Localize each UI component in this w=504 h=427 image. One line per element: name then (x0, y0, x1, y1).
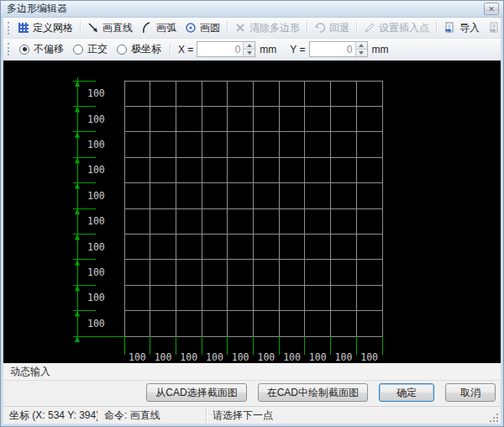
insert-point-icon (364, 22, 375, 34)
grid-dimension-label: 100 (129, 351, 146, 363)
grid-dimension-label: 100 (87, 113, 105, 125)
toolbar-button-label: 画圆 (200, 21, 220, 35)
toolbar-button-diagonal-line[interactable]: 画直线 (83, 19, 137, 37)
window-title: 多边形编辑器 (7, 2, 484, 16)
grid-dimension-label: 100 (87, 318, 105, 329)
titlebar: 多边形编辑器 ✕ (1, 1, 503, 18)
x-spin-down-icon[interactable] (244, 49, 255, 56)
toolbar-button-label: 清除多边形 (249, 21, 300, 35)
toolbar-separator (436, 21, 437, 34)
grid-dimension-label: 100 (87, 241, 105, 253)
toolbar-items: 定义网格画直线画弧画圆清除多边形回退设置插入点导入导出查询多边形库 (13, 19, 501, 37)
radio-circle-icon (19, 45, 29, 55)
toolbar-button-grid[interactable]: 定义网格 (13, 19, 77, 37)
select-from-cad-button[interactable]: 从CAD选择截面图 (146, 383, 246, 402)
grid-dimension-label: 100 (87, 87, 105, 99)
radio-label: 正交 (87, 42, 108, 56)
toolbar-button-import[interactable]: 导入 (439, 19, 484, 37)
toolbar-separator (307, 21, 307, 34)
toolbar-button-insert-point: 设置插入点 (360, 19, 433, 37)
x-coordinate-label: X = (178, 44, 193, 55)
dynamic-input-label[interactable]: 动态输入 (10, 365, 50, 379)
y-spinner (355, 42, 367, 56)
grid-dimension-label: 100 (87, 292, 105, 303)
dynamic-input-bar: 动态输入 (3, 363, 501, 381)
grid-dimension-label: 100 (87, 139, 105, 150)
ok-button[interactable]: 确定 (379, 383, 434, 402)
x-spin-up-icon[interactable] (244, 42, 255, 49)
toolbar-grip-icon (8, 22, 9, 34)
radio-label: 极坐标 (131, 42, 161, 56)
grid-icon (18, 22, 29, 34)
y-spin-up-icon[interactable] (356, 42, 367, 49)
arc-icon (141, 22, 153, 34)
status-coordinates: 坐标 (X: 534 Y: 394) (3, 407, 97, 424)
diagonal-line-icon (87, 22, 99, 34)
toolbar-button-circle[interactable]: 画圆 (181, 19, 224, 37)
options-separator (170, 43, 171, 56)
radio-selected-option[interactable]: 不偏移 (16, 42, 70, 56)
status-bar: 坐标 (X: 534 Y: 394) 命令: 画直线 请选择下一点 (3, 406, 501, 424)
radio-option[interactable]: 极坐标 (113, 42, 167, 56)
x-spinner (243, 42, 255, 56)
toolbar-button-label: 画弧 (156, 21, 176, 35)
toolbar-button-undo: 回退 (310, 19, 354, 37)
toolbar-separator (356, 21, 357, 34)
toolbar-separator (227, 21, 228, 34)
offset-mode-radios: 不偏移正交极坐标 (16, 42, 167, 56)
draw-in-cad-button[interactable]: 在CAD中绘制截面图 (258, 383, 368, 402)
close-icon[interactable]: ✕ (484, 3, 499, 15)
grid-dimension-label: 100 (257, 351, 275, 363)
clear-x-icon (234, 22, 246, 34)
status-prompt: 请选择下一点 (207, 407, 501, 424)
grid-dimension-label: 100 (335, 351, 353, 363)
dialog-body: 定义网格画直线画弧画圆清除多边形回退设置插入点导入导出查询多边形库 不偏移正交极… (3, 18, 501, 424)
x-coordinate-input[interactable]: 0 (197, 41, 255, 57)
radio-label: 不偏移 (34, 42, 64, 56)
grid-dimension-label: 100 (87, 266, 105, 278)
grid-dimension-label: 100 (206, 351, 223, 363)
grid-dimension-label: 100 (155, 351, 172, 363)
y-coordinate-input[interactable]: 0 (309, 41, 368, 57)
toolbar-button-label: 画直线 (102, 21, 133, 35)
status-command: 命令: 画直线 (98, 407, 206, 424)
x-unit-label: mm (260, 44, 276, 55)
toolbar-button-arc[interactable]: 画弧 (137, 19, 181, 37)
y-coordinate-value: 0 (310, 42, 355, 56)
grid-dimension-label: 100 (87, 215, 105, 227)
radio-circle-icon (117, 45, 127, 55)
y-coordinate-label: Y = (290, 44, 305, 55)
options-toolbar: 不偏移正交极坐标 X = 0 mm Y = 0 mm (3, 39, 501, 61)
grid-dimension-label: 100 (283, 351, 301, 363)
y-unit-label: mm (372, 44, 389, 55)
footer-button-row: 从CAD选择截面图在CAD中绘制截面图确定取消 (3, 381, 501, 406)
toolbar-button-clear-x: 清除多边形 (230, 19, 304, 37)
import-icon (444, 22, 456, 34)
toolbar-button-label: 导入 (459, 21, 480, 35)
toolbar-button-label: 定义网格 (33, 21, 73, 35)
radio-circle-icon (73, 45, 83, 55)
grid-dimension-label: 100 (87, 164, 105, 176)
options-grip-icon (8, 43, 12, 55)
grid-dimension-label: 100 (232, 351, 249, 363)
toolbar-button-label: 回退 (329, 21, 349, 35)
circle-icon (185, 22, 197, 34)
undo-icon (314, 22, 326, 34)
grid-dimension-label: 100 (309, 351, 327, 363)
main-toolbar: 定义网格画直线画弧画圆清除多边形回退设置插入点导入导出查询多边形库 (3, 18, 501, 39)
toolbar-button-export: 导出 (484, 19, 501, 37)
toolbar-button-label: 设置插入点 (379, 21, 429, 35)
x-coordinate-value: 0 (197, 42, 243, 56)
polygon-editor-dialog: 多边形编辑器 ✕ 定义网格画直线画弧画圆清除多边形回退设置插入点导入导出查询多边… (0, 0, 504, 427)
resize-grip-icon[interactable] (490, 414, 499, 423)
grid-canvas-svg: 1001001001001001001001001001001001001001… (3, 61, 501, 363)
toolbar-separator (80, 21, 81, 34)
export-icon (488, 22, 501, 34)
y-spin-down-icon[interactable] (356, 49, 367, 56)
radio-option[interactable]: 正交 (70, 42, 113, 56)
grid-dimension-label: 100 (180, 351, 197, 363)
cancel-button[interactable]: 取消 (445, 383, 496, 402)
drawing-canvas[interactable]: 1001001001001001001001001001001001001001… (3, 61, 501, 363)
grid-dimension-label: 100 (360, 351, 378, 363)
grid-dimension-label: 100 (87, 190, 105, 202)
